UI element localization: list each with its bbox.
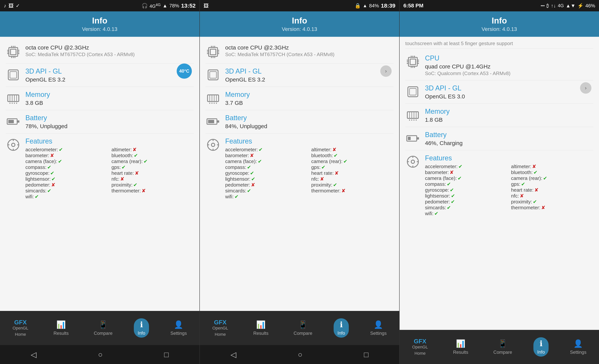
- feature-camera-rear-1: camera (rear):✔: [111, 159, 194, 164]
- battery-content-1: Battery 78%, Unplugged: [25, 114, 194, 130]
- cpu-sub-3: SoC: Qualcomm (Cortex A53 - ARMv8): [425, 71, 593, 76]
- status-left-1: ♪ 🖼 ✓: [4, 3, 20, 9]
- chevron-btn-3[interactable]: ›: [580, 82, 591, 94]
- cpu-row-3: CPU quad core CPU @1.4GHz SoC: Qualcomm …: [405, 50, 593, 80]
- chevron-btn-2[interactable]: ›: [380, 65, 392, 77]
- status-bar-2: 🖼 🔒 ▲ 84% 18:39: [200, 0, 399, 11]
- feature-proximity-1: proximity:✔: [111, 182, 194, 188]
- battery-value-2: 84%, Unplugged: [225, 123, 394, 130]
- f2-barometer: barometer:✘: [225, 153, 308, 159]
- cpu-main-2: octa core CPU @2.3GHz: [225, 44, 394, 51]
- feature-simcards-1: simcards:✔: [25, 188, 108, 194]
- temp-badge-1: 40°C: [177, 63, 192, 79]
- nav-home-1[interactable]: GFX OpenGL Home: [9, 317, 32, 339]
- nav-settings-2[interactable]: 👤 Settings: [366, 318, 390, 338]
- nav-info-3[interactable]: ℹ Info: [533, 337, 549, 357]
- feature-heartrate-1: heart rate:✘: [111, 170, 194, 176]
- sys-recents-2[interactable]: □: [364, 350, 369, 359]
- sys-home-1[interactable]: ○: [98, 350, 103, 359]
- sys-home-2[interactable]: ○: [298, 350, 302, 359]
- gl-label-2: 3D API - GL: [225, 67, 394, 75]
- nav-results-2[interactable]: 📊 Results: [249, 318, 272, 338]
- results-icon-3: 📊: [456, 339, 465, 348]
- f3-accelerometer: accelerometer:✔: [425, 164, 507, 169]
- f2-wifi: wifi:✔: [225, 194, 308, 200]
- f3-gps: gps:✔: [511, 181, 593, 187]
- content-2[interactable]: octa core CPU @2.3GHz SoC: MediaTek MT67…: [200, 37, 399, 311]
- nav-compare-label-3: Compare: [493, 350, 512, 355]
- header-version-3: Version: 4.0.13: [404, 26, 594, 32]
- f3-proximity: proximity:✔: [511, 199, 593, 205]
- features-grid-3: accelerometer:✔ barometer:✘ camera (face…: [425, 164, 593, 216]
- f2-proximity: proximity:✔: [311, 182, 394, 188]
- sys-back-1[interactable]: ◁: [31, 350, 36, 359]
- sys-back-2[interactable]: ◁: [230, 350, 236, 359]
- gl-icon-2: [205, 67, 221, 82]
- svg-rect-71: [410, 59, 415, 64]
- header-version-2: Version: 4.0.13: [204, 26, 395, 32]
- svg-rect-50: [210, 72, 216, 78]
- cpu-content-2: octa core CPU @2.3GHz SoC: MediaTek MT67…: [225, 44, 394, 57]
- nav-compare-3[interactable]: 📱 Compare: [490, 337, 516, 357]
- battery-text-2: 84%: [369, 3, 379, 9]
- svg-rect-1: [10, 49, 16, 55]
- feature-barometer-1: barometer:✘: [25, 153, 108, 159]
- memory-row-1: Memory 3.8 GB: [6, 87, 194, 110]
- nav-results-3[interactable]: 📊 Results: [449, 337, 472, 357]
- battery-icon-1: [6, 114, 21, 129]
- headphone-icon: 🎧: [141, 3, 148, 9]
- nav-compare-1[interactable]: 📱 Compare: [90, 318, 116, 338]
- status-bar-3: 6:58 PM ••• ₿ ↑↓ 4G ▲▼ ⚡ 46%: [400, 0, 599, 11]
- sys-nav-1: ◁ ○ □: [0, 345, 199, 364]
- 4g-text-3: 4G: [558, 3, 564, 8]
- svg-rect-16: [8, 95, 19, 102]
- nav-results-1[interactable]: 📊 Results: [50, 318, 72, 338]
- nav-info-label-3: Info: [537, 349, 545, 355]
- nav-settings-3[interactable]: 👤 Settings: [566, 337, 590, 357]
- sys-recents-1[interactable]: □: [164, 350, 169, 359]
- header-title-2: Info: [204, 16, 395, 25]
- nav-info-2[interactable]: ℹ Info: [334, 318, 349, 338]
- feature-nfc-1: nfc:✘: [111, 176, 194, 182]
- memory-content-2: Memory 3.7 GB: [225, 91, 394, 106]
- memory-value-1: 3.8 GB: [25, 100, 194, 106]
- f2-camera-rear: camera (rear):✔: [311, 159, 394, 164]
- nav-compare-2[interactable]: 📱 Compare: [290, 318, 316, 338]
- f2-accelerometer: accelerometer:✔: [225, 147, 308, 153]
- signal-text-2: ▲: [363, 3, 367, 8]
- features-row-1: Features accelerometer:✔ barometer:✘ cam…: [6, 133, 194, 204]
- info-icon-3: ℹ: [540, 339, 543, 348]
- gl-value-1: OpenGL ES 3.2: [25, 76, 194, 83]
- gl-row-3: 3D API - GL OpenGL ES 3.0 ›: [405, 80, 593, 104]
- cpu-sub-2: SoC: MediaTek MT6757CH (Cortex A53 - ARM…: [225, 52, 394, 57]
- content-1[interactable]: octa core CPU @2.3GHz SoC: MediaTek MT67…: [0, 37, 199, 311]
- feature-thermometer-1: thermometer:✘: [111, 188, 194, 194]
- feature-bluetooth-1: bluetooth:✔: [111, 153, 194, 159]
- info-icon-2: ℹ: [340, 320, 343, 329]
- battery-text-1: 78%: [169, 3, 179, 9]
- f2-lightsensor: lightsensor:✔: [225, 176, 308, 182]
- nav-home-2[interactable]: GFX OpenGL Home: [209, 317, 232, 339]
- battery-icon-3: [405, 131, 420, 146]
- nav-home-3[interactable]: GFX OpenGL Home: [408, 336, 432, 357]
- gl-value-3: OpenGL ES 3.0: [425, 93, 593, 100]
- f3-camera-rear: camera (rear):✔: [511, 175, 593, 181]
- battery-label-1: Battery: [25, 114, 194, 122]
- features-col1-2: accelerometer:✔ barometer:✘ camera (face…: [225, 147, 308, 200]
- nav-info-1[interactable]: ℹ Info: [134, 318, 149, 338]
- nav-info-label-1: Info: [138, 330, 145, 336]
- f3-barometer: barometer:✘: [425, 169, 507, 175]
- nav-settings-1[interactable]: 👤 Settings: [167, 318, 191, 338]
- battery-icon-2: [205, 114, 221, 129]
- feature-altimeter-1: altimeter:✘: [111, 147, 194, 153]
- f3-compass: compass:✔: [425, 181, 507, 187]
- content-3[interactable]: touchscreen with at least 5 finger gestu…: [400, 37, 599, 330]
- cpu-row-1: octa core CPU @2.3GHz SoC: MediaTek MT67…: [6, 41, 194, 63]
- time-3: 6:58 PM: [403, 3, 423, 9]
- compare-icon-3: 📱: [498, 339, 507, 348]
- status-bar-1: ♪ 🖼 ✓ 🎧 4G4G ▲ 78% 13:52: [0, 0, 199, 11]
- f3-bluetooth: bluetooth:✔: [511, 169, 593, 175]
- header-title-1: Info: [5, 16, 195, 25]
- svg-point-30: [12, 143, 15, 147]
- signal-bars-1: ▲: [162, 3, 167, 9]
